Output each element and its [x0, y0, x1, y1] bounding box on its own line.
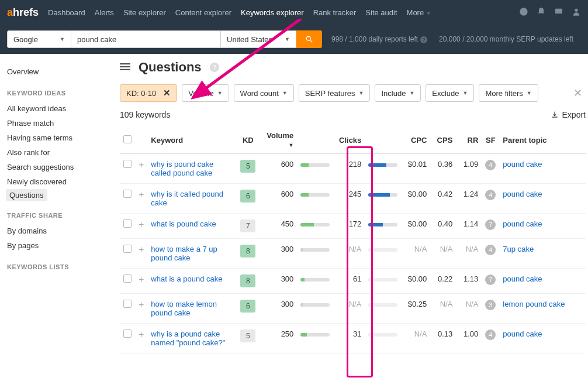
export-button[interactable]: Export	[551, 110, 586, 119]
nav-keywords-explorer[interactable]: Keywords explorer	[241, 8, 304, 17]
col-rr[interactable]: RR	[456, 126, 482, 154]
col-cps[interactable]: CPS	[430, 126, 456, 154]
sf-badge[interactable]: 4	[485, 245, 496, 255]
sidebar-item-phrase-match[interactable]: Phrase match	[6, 116, 108, 131]
bell-icon[interactable]	[537, 7, 546, 18]
user-icon[interactable]	[572, 7, 581, 18]
sidebar-item-by-pages[interactable]: By pages	[6, 238, 108, 253]
sidebar-heading: KEYWORDS LISTS	[6, 253, 108, 275]
parent-topic-link[interactable]: lemon pound cake	[503, 300, 565, 308]
parent-topic-link[interactable]: pound cake	[503, 329, 542, 338]
row-checkbox[interactable]	[123, 245, 132, 253]
filter-include[interactable]: Include ▼	[375, 84, 421, 102]
select-all-checkbox[interactable]	[123, 135, 132, 143]
keyword-link[interactable]: why is a pound cake named "pound cake?"	[151, 329, 228, 347]
sidebar-item-newly-discovered[interactable]: Newly discovered	[6, 174, 108, 189]
row-checkbox[interactable]	[123, 160, 132, 168]
col-clicks[interactable]: Clicks	[333, 126, 365, 154]
chevron-down-icon: ▼	[359, 90, 364, 96]
col-volume[interactable]: Volume ▼	[261, 126, 297, 154]
sidebar-item-having-same-terms[interactable]: Having same terms	[6, 131, 108, 145]
close-icon[interactable]: ✕	[163, 88, 171, 98]
monitor-icon[interactable]	[554, 7, 563, 18]
filter-more-filters[interactable]: More filters ▼	[479, 84, 538, 102]
sf-badge[interactable]: 4	[485, 190, 496, 200]
row-checkbox[interactable]	[123, 300, 132, 308]
col-keyword[interactable]: Keyword	[147, 126, 235, 154]
sidebar-overview[interactable]: Overview	[6, 64, 108, 79]
volume-value: 600	[261, 154, 297, 184]
clear-filters-icon[interactable]: ✕	[570, 87, 586, 99]
engine-select[interactable]: Google▼	[7, 30, 71, 48]
filter-serp-features[interactable]: SERP features ▼	[299, 84, 371, 102]
col-sf[interactable]: SF	[482, 126, 499, 154]
rr-value: N/A	[456, 239, 482, 269]
nav-site-audit[interactable]: Site audit	[365, 8, 397, 17]
menu-icon[interactable]	[120, 61, 130, 74]
parent-topic-link[interactable]: 7up cake	[503, 245, 534, 253]
expand-icon[interactable]: +	[139, 329, 144, 339]
sidebar-item-all-keyword-ideas[interactable]: All keyword ideas	[6, 101, 108, 116]
sidebar-item-by-domains[interactable]: By domains	[6, 224, 108, 238]
help-icon[interactable]: ?	[210, 63, 219, 72]
logo[interactable]: ahrefs	[7, 6, 39, 19]
keyword-link[interactable]: how to make a 7 up pound cake	[151, 245, 228, 262]
filter-volume[interactable]: Volume ▼	[182, 84, 229, 102]
kd-badge: 5	[240, 329, 255, 342]
sf-badge[interactable]: 4	[485, 160, 496, 170]
keyword-link[interactable]: how to make lemon pound cake	[151, 300, 228, 317]
row-checkbox[interactable]	[123, 190, 132, 198]
filter-exclude[interactable]: Exclude ▼	[426, 84, 474, 102]
parent-topic-link[interactable]: pound cake	[503, 219, 542, 228]
parent-topic-link[interactable]: pound cake	[503, 190, 542, 198]
expand-icon[interactable]: +	[139, 190, 144, 200]
clicks-value: 61	[333, 269, 365, 294]
expand-icon[interactable]: +	[139, 245, 144, 255]
col-kd[interactable]: KD	[235, 126, 261, 154]
expand-icon[interactable]: +	[139, 160, 144, 170]
nav-more[interactable]: More ▼	[407, 8, 431, 17]
help-icon[interactable]: ?	[420, 36, 427, 43]
nav-rank-tracker[interactable]: Rank tracker	[313, 8, 357, 17]
filter-kd[interactable]: KD: 0-10✕	[120, 84, 177, 102]
help-icon[interactable]	[519, 7, 528, 18]
keyword-link[interactable]: why is it called pound cake	[151, 190, 228, 207]
expand-icon[interactable]: +	[139, 219, 144, 229]
search-button[interactable]	[296, 30, 322, 48]
sf-badge[interactable]: 3	[485, 300, 496, 310]
sf-badge[interactable]: 7	[485, 219, 496, 230]
volume-bar	[300, 193, 330, 197]
keyword-link[interactable]: what is a pound cake	[151, 274, 222, 283]
parent-topic-link[interactable]: pound cake	[503, 274, 542, 283]
cps-value: 0.42	[430, 184, 456, 214]
keyword-link[interactable]: what is pound cake	[151, 219, 216, 228]
row-checkbox[interactable]	[123, 329, 132, 338]
keyword-input[interactable]: pound cake	[71, 30, 220, 48]
parent-topic-link[interactable]: pound cake	[503, 160, 542, 169]
nav-site-explorer[interactable]: Site explorer	[123, 8, 166, 17]
sf-badge[interactable]: 7	[485, 274, 496, 285]
sf-badge[interactable]: 4	[485, 329, 496, 340]
nav-content-explorer[interactable]: Content explorer	[175, 8, 231, 17]
volume-value: 300	[261, 294, 297, 324]
nav-dashboard[interactable]: Dashboard	[48, 8, 85, 17]
row-checkbox[interactable]	[123, 219, 132, 228]
row-checkbox[interactable]	[123, 274, 132, 283]
keyword-link[interactable]: why is pound cake called pound cake	[151, 160, 228, 177]
country-select[interactable]: United States▼	[220, 30, 296, 48]
cps-value: N/A	[430, 294, 456, 324]
chevron-down-icon: ▼	[282, 90, 288, 96]
sidebar-item-questions[interactable]: Questions	[6, 189, 47, 201]
sidebar-heading: KEYWORD IDEAS	[6, 79, 108, 101]
table-row: +what is a pound cake830061$0.000.221.13…	[120, 269, 586, 294]
cps-value: N/A	[430, 239, 456, 269]
col-parent-topic[interactable]: Parent topic	[499, 126, 586, 154]
clicks-value: N/A	[333, 294, 365, 324]
col-cpc[interactable]: CPC	[401, 126, 430, 154]
expand-icon[interactable]: +	[139, 274, 144, 284]
sidebar-item-search-suggestions[interactable]: Search suggestions	[6, 160, 108, 174]
expand-icon[interactable]: +	[139, 300, 144, 310]
sidebar-item-also-rank-for[interactable]: Also rank for	[6, 145, 108, 160]
filter-word-count[interactable]: Word count ▼	[234, 84, 294, 102]
nav-alerts[interactable]: Alerts	[95, 8, 114, 17]
